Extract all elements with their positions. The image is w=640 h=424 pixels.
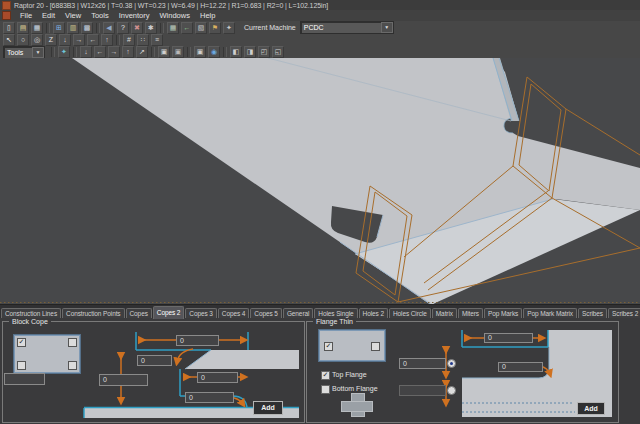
corner-top-right-checkbox[interactable] — [68, 338, 77, 347]
arrow-down-icon[interactable]: ↓ — [80, 46, 92, 58]
current-machine-dropdown[interactable]: PCDC ▼ — [300, 21, 394, 34]
copy-icon[interactable]: ▣ — [158, 46, 170, 58]
menu-tools[interactable]: Tools — [86, 11, 114, 21]
sheet-icon[interactable]: ▧ — [195, 22, 207, 34]
viewport-3d[interactable] — [0, 58, 640, 304]
block-cope-add-button[interactable]: Add — [253, 401, 283, 415]
delete-icon[interactable]: ✖ — [131, 22, 143, 34]
current-machine-value: PCDC — [301, 24, 381, 31]
save-icon[interactable]: ▦ — [31, 22, 43, 34]
toolbar-separator — [96, 23, 100, 33]
toolbar-separator — [187, 47, 191, 57]
settings-gear-icon[interactable]: ✱ — [145, 22, 157, 34]
toolbar-tools-icons: ✦↓←→↑↗▣▣▣◉◧◨◰◱ — [57, 46, 285, 58]
cope-end-offset-field[interactable] — [4, 373, 45, 385]
tab-copes-2[interactable]: Copes 2 — [153, 306, 185, 319]
block-cope-title: Block Cope — [9, 318, 51, 326]
toolbar-separator — [116, 35, 120, 45]
flange-thin-add-button[interactable]: Add — [577, 402, 605, 415]
paste-icon[interactable]: ▣ — [172, 46, 184, 58]
layout-left-icon[interactable]: ◧ — [230, 46, 242, 58]
thin-bottom-depth-field[interactable] — [399, 385, 446, 396]
app-logo-icon — [2, 1, 11, 10]
top-flange-checkbox[interactable]: ✓ — [321, 371, 330, 380]
open-folder-icon[interactable]: ▤ — [17, 22, 29, 34]
bottom-flange-label: Bottom Flange — [332, 384, 378, 393]
save-all-icon[interactable]: ▩ — [81, 22, 93, 34]
thin-top-depth-field[interactable]: 0 — [399, 358, 446, 369]
z-axis-tool-icon[interactable]: Z — [45, 34, 57, 46]
flange-thin-title: Flange Thin — [313, 318, 356, 326]
toolbar-draw-icons: ↖○◎Z↓→←↑#∷≡ — [2, 34, 164, 46]
thin-radius-field[interactable]: 0 — [498, 362, 543, 372]
layout-top-icon[interactable]: ◰ — [258, 46, 270, 58]
bottom-flange-checkbox[interactable] — [321, 385, 330, 394]
layers-icon[interactable]: ≡ — [151, 34, 163, 46]
toolbar-separator — [151, 47, 155, 57]
move-up-icon[interactable]: ↑ — [101, 34, 113, 46]
circle-center-tool-icon[interactable]: ◎ — [31, 34, 43, 46]
grid-view-icon[interactable]: ⊞ — [53, 22, 65, 34]
tools-dropdown[interactable]: Tools ▼ — [3, 46, 45, 59]
grid-snap-icon[interactable]: # — [123, 34, 135, 46]
flag-icon[interactable]: ⚑ — [209, 22, 221, 34]
cope-upper-left-field[interactable]: 0 — [137, 355, 172, 366]
menu-windows[interactable]: Windows — [155, 11, 195, 21]
move-right-icon[interactable]: → — [73, 34, 85, 46]
toolbar-separator — [46, 23, 50, 33]
corner-bottom-right-checkbox[interactable] — [68, 361, 77, 370]
window-title: Raptor 20 - [6883B3 | W12x26 | T=0.38 | … — [14, 1, 328, 10]
arrow-right-icon[interactable]: → — [108, 46, 120, 58]
menu-inventory[interactable]: Inventory — [114, 11, 155, 21]
menu-file[interactable]: File — [15, 11, 37, 21]
layout-right-icon[interactable]: ◨ — [244, 46, 256, 58]
select-cursor-icon[interactable]: ↖ — [3, 34, 15, 46]
chevron-down-icon[interactable]: ▼ — [381, 22, 393, 33]
toolbar-separator — [73, 47, 77, 57]
arrow-up-icon[interactable]: ↑ — [122, 46, 134, 58]
cope-radius-field[interactable]: 0 — [185, 392, 234, 403]
cutter-icon[interactable]: ✦ — [58, 46, 70, 58]
flange-thin-group: Flange Thin — [306, 321, 619, 423]
corner-bottom-left-checkbox[interactable] — [17, 361, 26, 370]
bottom-depth-radio[interactable] — [447, 386, 456, 395]
application-window: Raptor 20 - [6883B3 | W12x26 | T=0.38 | … — [0, 0, 640, 424]
menu-items: FileEditViewToolsInventoryWindowsHelp — [15, 11, 220, 21]
folder-icon[interactable]: ▥ — [67, 22, 79, 34]
duplicate-icon[interactable]: ▣ — [194, 46, 206, 58]
arrow-left-icon[interactable]: ← — [94, 46, 106, 58]
block-cope-group: Block Cope — [2, 321, 305, 423]
current-machine-label: Current Machine — [244, 24, 296, 31]
corner-top-left-checkbox[interactable]: ✓ — [17, 338, 26, 347]
cope-top-width-field[interactable]: 0 — [176, 335, 219, 346]
chevron-down-icon[interactable]: ▼ — [32, 47, 44, 58]
cope-depth-field[interactable]: 0 — [99, 374, 148, 386]
beam-3d-render — [0, 58, 640, 304]
menu-view[interactable]: View — [60, 11, 86, 21]
move-down-icon[interactable]: ↓ — [59, 34, 71, 46]
menu-edit[interactable]: Edit — [37, 11, 60, 21]
menu-help[interactable]: Help — [195, 11, 220, 21]
help-icon[interactable]: ? — [117, 22, 129, 34]
move-left-icon[interactable]: ← — [87, 34, 99, 46]
feature-tab-strip: Construction LinesConstruction PointsCop… — [0, 304, 640, 319]
audio-icon[interactable]: ◀ — [103, 22, 115, 34]
undo-icon[interactable]: ← — [181, 22, 193, 34]
table-icon[interactable]: ▦ — [167, 22, 179, 34]
refresh-icon[interactable]: ◉ — [208, 46, 220, 58]
top-depth-radio[interactable] — [447, 359, 456, 368]
circle-tool-icon[interactable]: ○ — [17, 34, 29, 46]
flange-right-checkbox[interactable] — [371, 342, 380, 351]
flange-selector: ✓ — [319, 330, 385, 361]
pointer-icon[interactable]: ↗ — [136, 46, 148, 58]
cope-mid-width-field[interactable]: 0 — [197, 372, 238, 383]
thin-top-length-field[interactable]: 0 — [484, 333, 533, 343]
tools-dropdown-value: Tools — [4, 49, 32, 56]
layout-grid-icon[interactable]: ◱ — [272, 46, 284, 58]
feature-panel: Block Cope — [0, 318, 640, 424]
flange-left-checkbox[interactable]: ✓ — [324, 342, 333, 351]
points-icon[interactable]: ∷ — [137, 34, 149, 46]
wrench-icon[interactable]: ✦ — [223, 22, 235, 34]
new-document-icon[interactable]: ▯ — [3, 22, 15, 34]
toolbar-main-icons: ▯▤▦⊞▥▩◀?✖✱▦←▧⚑✦ — [2, 22, 236, 34]
